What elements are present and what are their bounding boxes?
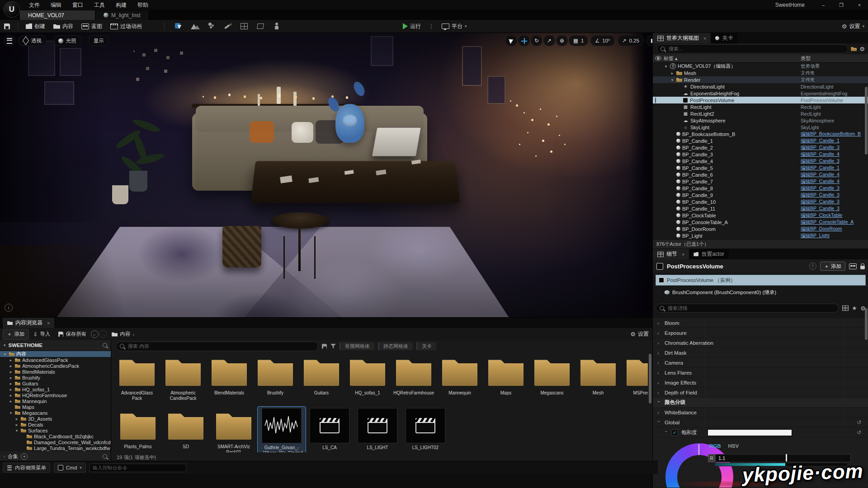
type-column-header[interactable]: 类型	[801, 55, 868, 62]
details-scrollbar[interactable]	[865, 308, 868, 340]
expander-icon[interactable]: ▸	[9, 370, 13, 374]
asset-tile[interactable]: Guitars	[298, 353, 344, 402]
outliner-row[interactable]: BP_Light编辑BP_Light	[653, 232, 868, 239]
unreal-logo-icon[interactable]: U	[4, 1, 20, 18]
platforms-button[interactable]: 平台▾	[438, 21, 471, 32]
select-mode-icon[interactable]	[175, 22, 184, 30]
tab-levels[interactable]: 关卡	[711, 33, 737, 43]
filter-chip-1[interactable]: 静态网格体	[378, 342, 413, 350]
content-drawer-button[interactable]: 内容侧滑菜单	[3, 463, 50, 473]
console-input[interactable]	[90, 464, 186, 472]
details-section-chromatic-aberration[interactable]: ›Chromatic Aberration	[653, 338, 868, 347]
edit-blueprint-link[interactable]: 编辑BP_BookcaseBottom_B	[801, 131, 868, 137]
asset-tile[interactable]: Megascans	[529, 353, 575, 402]
menu-item-0[interactable]: 文件	[24, 0, 45, 10]
outliner-row[interactable]: ☼SkyLightSkyLight	[653, 124, 868, 131]
outliner-row[interactable]: BP_Candle_8编辑BP_Candle_3	[653, 185, 868, 192]
expander-icon[interactable]: ▸	[9, 364, 13, 368]
reset-to-default-icon[interactable]: ↺	[857, 429, 864, 436]
expander-icon[interactable]: ▸	[9, 387, 13, 392]
outliner-row[interactable]: ☁ExponentialHeightFogExponentialHeightFo…	[653, 90, 868, 97]
close-tab-icon[interactable]: ×	[682, 252, 684, 257]
visibility-column-icon[interactable]	[655, 56, 661, 61]
cb-search-input[interactable]	[127, 343, 314, 349]
section-white-balance[interactable]: › WhiteBalance	[653, 408, 868, 417]
edit-blueprint-link[interactable]: 编辑BP_Candle_4	[801, 172, 868, 178]
outliner-row[interactable]: ▦RectLightRectLight	[653, 103, 868, 110]
search-icon[interactable]	[103, 454, 107, 459]
cb-settings-button[interactable]: ⚙设置	[630, 330, 649, 338]
menu-item-3[interactable]: 工具	[89, 0, 110, 10]
scale-tool-button[interactable]: ↗	[543, 35, 555, 46]
landscape-mode-icon[interactable]	[191, 22, 200, 30]
expander-icon[interactable]: ▾	[14, 428, 19, 433]
outliner-row[interactable]: BP_Candle_1编辑BP_Candle_1	[653, 137, 868, 144]
expander-icon[interactable]: ▸	[9, 381, 13, 386]
expander-icon[interactable]: ▾	[670, 78, 675, 82]
outliner-row[interactable]: BP_Candle_4编辑BP_Candle_3	[653, 158, 868, 164]
cb-tree-item[interactable]: Maps	[0, 404, 111, 410]
asset-tile[interactable]: LS_LIGHT02	[401, 407, 449, 452]
expander-icon[interactable]: ▸	[9, 399, 13, 404]
close-tab-icon[interactable]: ×	[47, 320, 50, 326]
viewport-info-icon[interactable]: i	[5, 304, 13, 312]
favorites-icon[interactable]: ★	[852, 305, 857, 311]
outliner-row[interactable]: ▸Mesh文件夹	[653, 70, 868, 76]
details-section-lens-flares[interactable]: ›Lens Flares	[653, 368, 868, 377]
outliner-row[interactable]: BP_Candle_9编辑BP_Candle_3	[653, 192, 868, 198]
cb-tree-item[interactable]: ▸HQ_sofas_1	[0, 386, 111, 392]
menu-item-1[interactable]: 编辑	[45, 0, 67, 10]
menu-item-5[interactable]: 帮助	[132, 0, 154, 10]
tab-details[interactable]: 细节×	[653, 249, 689, 259]
edit-blueprint-link[interactable]: 编辑BP_ClockTable	[801, 212, 868, 219]
details-section-camera[interactable]: ›Camera	[653, 358, 868, 367]
edit-blueprint-link[interactable]: 编辑BP_Candle_3	[801, 199, 868, 205]
outliner-search[interactable]	[656, 44, 848, 53]
content-button[interactable]: 内容	[49, 21, 77, 32]
filter-chip-2[interactable]: 关卡	[416, 342, 436, 350]
mesh-paint-mode-icon[interactable]	[223, 22, 232, 30]
outliner-row[interactable]: BP_Candle_3编辑BP_Candle_4	[653, 151, 868, 158]
outliner-search-input[interactable]	[668, 46, 844, 52]
close-tab-icon[interactable]: ×	[703, 36, 706, 41]
minimize-button[interactable]: –	[817, 1, 829, 9]
viewport-perspective-button[interactable]: 透视	[18, 35, 47, 46]
asset-tile[interactable]: Maps	[483, 353, 529, 402]
rotate-tool-button[interactable]: ↻	[531, 35, 542, 46]
outliner-row[interactable]: BP_ClockTable编辑BP_ClockTable	[653, 212, 868, 219]
outliner-row[interactable]: PostProcessVolumePostProcessVolume	[653, 97, 868, 103]
viewport-show-button[interactable]: 显示	[89, 35, 109, 46]
new-folder-icon[interactable]	[851, 47, 857, 51]
details-search[interactable]	[656, 304, 839, 313]
outliner-row[interactable]: ▾HOME_VOL07（编辑器）世界场景	[653, 63, 868, 70]
cb-add-button[interactable]: ＋ 添加	[3, 329, 29, 340]
surface-snap-button[interactable]: ⊕	[556, 35, 568, 46]
expander-icon[interactable]: ▸	[9, 375, 13, 380]
cinematics-button[interactable]: 过场动画	[106, 21, 146, 32]
edit-blueprint-link[interactable]: 编辑BP_Candle_3	[801, 185, 868, 192]
display-options-icon[interactable]	[842, 305, 849, 311]
level-viewport[interactable]: 透视 光照 显示 ↻ ↗ ⊕ ▦1 ∠10° ↗0.25 3 i	[0, 33, 652, 317]
outliner-row[interactable]: BP_Candle_2编辑BP_Candle_3	[653, 144, 868, 151]
cb-collections[interactable]: › 合集 ＋	[0, 451, 111, 461]
details-search-input[interactable]	[667, 305, 835, 311]
tab-home-vol07[interactable]: HOME_VOL07	[20, 10, 95, 20]
edit-blueprint-link[interactable]: 编辑BP_Candle_3	[801, 158, 868, 164]
expander-icon[interactable]: ▸	[670, 71, 675, 75]
saturation-checkbox[interactable]: ✓	[671, 429, 678, 436]
cb-project-root[interactable]: ▾ SWEETHOME	[0, 340, 111, 350]
expander-icon[interactable]: ▾	[3, 352, 7, 357]
expander-icon[interactable]: ▾	[9, 411, 13, 415]
cb-scrollbar[interactable]	[649, 354, 651, 404]
details-section-bloom[interactable]: ›Bloom	[653, 318, 868, 328]
back-icon[interactable]: ←	[91, 330, 99, 338]
filter-chip-0[interactable]: 骨骼网格体	[340, 342, 374, 350]
tab-world-outliner[interactable]: 世界大纲视图×	[653, 33, 711, 43]
outliner-row[interactable]: BP_BookcaseBottom_B编辑BP_BookcaseBottom_B	[653, 131, 868, 137]
breadcrumb[interactable]: 内容 ›	[108, 329, 138, 339]
label-column-header[interactable]: 标签 ▴	[664, 55, 801, 62]
asset-tile[interactable]: LS_LIGHT	[354, 407, 401, 452]
save-search-icon[interactable]	[322, 344, 327, 349]
asset-tile[interactable]: Mesh	[575, 353, 621, 402]
cb-tree-item[interactable]: ▸Brushify	[0, 375, 111, 380]
